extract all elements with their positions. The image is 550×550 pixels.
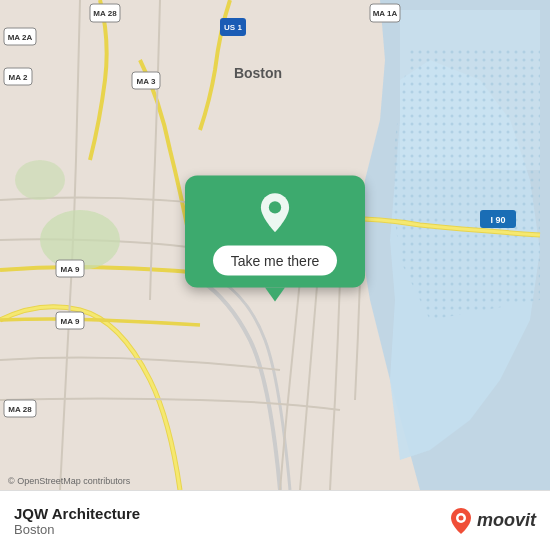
take-me-there-button[interactable]: Take me there	[213, 246, 338, 276]
svg-text:Boston: Boston	[234, 65, 282, 81]
moovit-pin-icon	[449, 507, 473, 535]
map-container: I 90	[0, 0, 550, 490]
place-name: JQW Architecture	[14, 505, 449, 522]
svg-text:MA 28: MA 28	[8, 405, 32, 414]
svg-text:MA 1A: MA 1A	[373, 9, 398, 18]
svg-text:MA 9: MA 9	[61, 317, 80, 326]
copyright-text: © OpenStreetMap contributors	[8, 476, 130, 486]
place-city: Boston	[14, 522, 449, 537]
svg-point-31	[458, 515, 463, 520]
svg-text:US 1: US 1	[224, 23, 242, 32]
svg-marker-5	[390, 50, 540, 320]
moovit-logo: moovit	[449, 507, 536, 535]
svg-text:MA 9: MA 9	[61, 265, 80, 274]
svg-text:MA 2A: MA 2A	[8, 33, 33, 42]
app: I 90	[0, 0, 550, 550]
svg-text:MA 3: MA 3	[137, 77, 156, 86]
place-info: JQW Architecture Boston	[14, 505, 449, 537]
location-pin-icon	[253, 192, 297, 236]
svg-point-29	[269, 201, 281, 213]
svg-text:MA 2: MA 2	[9, 73, 28, 82]
popup-card: Take me there	[185, 176, 365, 288]
moovit-brand-label: moovit	[477, 510, 536, 531]
svg-point-9	[15, 160, 65, 200]
bottom-bar: JQW Architecture Boston moovit	[0, 490, 550, 550]
svg-text:I 90: I 90	[490, 215, 505, 225]
svg-text:MA 28: MA 28	[93, 9, 117, 18]
